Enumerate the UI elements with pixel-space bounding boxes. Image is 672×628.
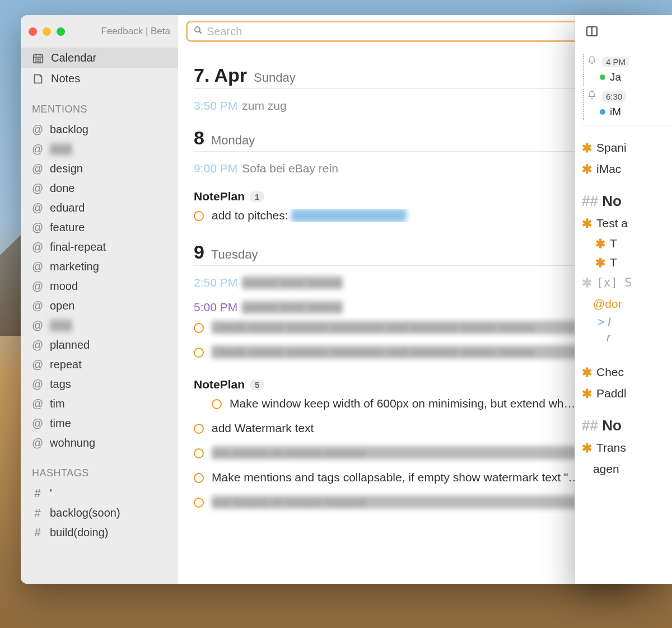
search-icon xyxy=(193,25,203,38)
event-row[interactable]: 9:00 PMSofa bei eBay rein xyxy=(194,152,621,176)
task-group-header[interactable]: NotePlan5 xyxy=(194,378,621,391)
bullet-text: Chec xyxy=(596,365,624,380)
mention-item[interactable]: @wohnung xyxy=(21,433,178,453)
task-row[interactable]: Make window keep width of 600px on minim… xyxy=(194,391,621,416)
task-checkbox[interactable] xyxy=(194,323,204,333)
reminder-item[interactable]: iM xyxy=(587,104,672,118)
mention-label: backlog xyxy=(50,123,88,136)
bullet-row[interactable]: ✱Test a xyxy=(581,213,672,235)
day-header[interactable]: 7. AprSunday xyxy=(194,64,621,89)
task-checkbox[interactable] xyxy=(194,448,204,458)
mention-item[interactable]: @final-repeat xyxy=(21,237,178,257)
mention-item[interactable]: @tags xyxy=(21,374,178,394)
minimize-window-button[interactable] xyxy=(43,27,51,36)
at-icon: @ xyxy=(32,280,43,293)
bullet-continuation: agen xyxy=(581,459,672,479)
task-checkbox[interactable] xyxy=(194,473,204,483)
task-row[interactable]: add to pitches: https://basecomp.tech xyxy=(194,203,621,228)
task-row[interactable]: add Watermark text xyxy=(194,416,621,440)
task-row[interactable]: Make mentions and tags collapsable, if e… xyxy=(194,465,621,490)
mention-item[interactable]: @time xyxy=(21,414,178,433)
mention-item[interactable]: @open xyxy=(21,296,178,316)
note-heading[interactable]: ## No xyxy=(581,180,672,213)
bullet-row[interactable]: ✱T xyxy=(581,254,672,273)
at-icon: @ xyxy=(32,417,43,430)
task-checkbox[interactable] xyxy=(194,498,204,508)
task-row[interactable]: Check xxxxxx xxxxxxx xxxxxxxxx und xxxxx… xyxy=(194,340,621,364)
at-icon: @ xyxy=(32,241,43,254)
mention-label: wohnung xyxy=(50,437,95,449)
bullet-row[interactable]: ✱Spani xyxy=(581,138,672,159)
bullet-text: Paddl xyxy=(596,387,627,401)
bullet-row[interactable]: ✱Chec xyxy=(581,362,672,383)
mention-item[interactable]: @design xyxy=(21,159,178,179)
nav-notes[interactable]: Notes xyxy=(21,68,178,89)
task-text: xxx xxxxxx xx xxxxxx xxxxxxx xyxy=(212,495,621,509)
hashtag-item[interactable]: #backlog(soon) xyxy=(21,503,178,523)
bullet-row[interactable]: ✱Paddl xyxy=(581,383,672,405)
at-icon: @ xyxy=(32,299,43,312)
event-row[interactable]: 3:50 PMzum zug xyxy=(194,89,621,114)
mention-item[interactable]: @xxxx xyxy=(21,316,178,335)
quote-row: > I xyxy=(581,314,672,330)
close-window-button[interactable] xyxy=(29,27,37,36)
mention-item[interactable]: @repeat xyxy=(21,355,178,374)
task-row[interactable]: xxx xxxxxx xx xxxxxx xxxxxxx xyxy=(194,490,621,514)
group-title: NotePlan xyxy=(194,378,245,391)
bullet-row[interactable]: ✱iMac xyxy=(581,159,672,180)
mention-item[interactable]: @tim xyxy=(21,394,178,414)
bullet-text: T xyxy=(610,256,617,270)
group-count-badge: 1 xyxy=(250,191,264,202)
task-checkbox[interactable] xyxy=(194,211,204,221)
task-group-header[interactable]: NotePlan1 xyxy=(194,190,621,203)
reminder-time-row[interactable]: 6:30 xyxy=(587,89,672,104)
day-header[interactable]: 9Tuesday xyxy=(194,241,621,266)
split-view-icon[interactable] xyxy=(585,25,599,38)
mention-item[interactable]: @eduard xyxy=(21,198,178,218)
bullet-row[interactable]: ✱Trans xyxy=(581,438,672,459)
mention-item[interactable]: @xxxx xyxy=(21,139,178,159)
search-field[interactable] xyxy=(186,21,608,42)
mention-label: done xyxy=(50,182,75,195)
reminder-item[interactable]: Ja xyxy=(587,69,672,83)
fullscreen-window-button[interactable] xyxy=(57,27,65,36)
event-row[interactable]: 2:50 PMxxxxxx xxxx xxxxxx xyxy=(194,266,621,290)
reminder-time-row[interactable]: 4 PM xyxy=(587,54,672,69)
mention-item[interactable]: @backlog xyxy=(21,120,178,139)
task-row[interactable]: Check xxxxxx xxxxxxx xxxxxxxxx und xxxxx… xyxy=(194,315,621,340)
task-row[interactable]: xxx xxxxxx xx xxxxxx xxxxxxx xyxy=(194,440,621,465)
mention-item[interactable]: @marketing xyxy=(21,257,178,276)
mention-label: xxxx xyxy=(50,319,72,332)
nav-calendar[interactable]: Calendar xyxy=(21,48,178,68)
asterisk-icon: ✱ xyxy=(582,217,592,231)
mention-item[interactable]: @planned xyxy=(21,335,178,355)
svg-point-4 xyxy=(36,59,36,59)
at-icon: @ xyxy=(32,339,43,352)
mention-item[interactable]: @mood xyxy=(21,276,178,296)
done-task-row[interactable]: ✱[x] S xyxy=(581,273,672,294)
mention-item[interactable]: @feature xyxy=(21,218,178,237)
bullet-row[interactable]: ✱T xyxy=(581,235,672,254)
task-checkbox[interactable] xyxy=(194,348,204,358)
task-text: Check xxxxxx xxxxxxx xxxxxxxxx und xxxxx… xyxy=(212,321,621,334)
hashtag-item[interactable]: #build(doing) xyxy=(21,523,178,542)
at-icon: @ xyxy=(32,437,43,449)
at-icon: @ xyxy=(32,260,43,273)
search-input[interactable] xyxy=(207,25,600,38)
task-checkbox[interactable] xyxy=(212,399,222,409)
hashtag-item[interactable]: #' xyxy=(21,484,178,503)
task-checkbox[interactable] xyxy=(194,424,204,434)
at-icon: @ xyxy=(32,143,43,156)
svg-line-11 xyxy=(199,31,202,34)
mention-label: tags xyxy=(50,378,71,391)
day-header[interactable]: 8Monday xyxy=(194,127,621,152)
day-name: Sunday xyxy=(254,71,296,85)
mention-inline[interactable]: @dor xyxy=(581,294,672,314)
event-row[interactable]: 5:00 PMxxxxxx xxxx xxxxxx xyxy=(194,290,621,315)
nav-calendar-label: Calendar xyxy=(51,51,96,64)
feedback-link[interactable]: Feedback | Beta xyxy=(101,26,171,37)
note-heading[interactable]: ## No xyxy=(581,405,672,438)
event-text: xxxxxx xxxx xxxxxx xyxy=(242,276,343,289)
mention-item[interactable]: @done xyxy=(21,179,178,198)
asterisk-icon: ✱ xyxy=(582,162,592,177)
